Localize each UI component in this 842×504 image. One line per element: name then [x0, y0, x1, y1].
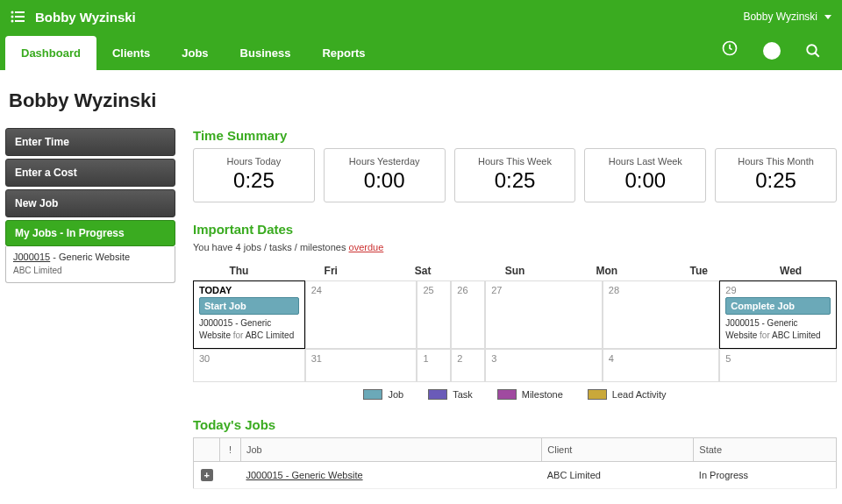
time-card-last-week: Hours Last Week 0:00: [584, 148, 706, 202]
topbar: Bobby Wyzinski Bobby Wyzinski: [0, 0, 842, 33]
time-card-value: 0:25: [197, 168, 310, 193]
job-link[interactable]: J000015 - Generic Website: [246, 470, 363, 480]
tab-dashboard[interactable]: Dashboard: [5, 36, 96, 70]
overdue-note: You have 4 jobs / tasks / milestones ove…: [193, 242, 837, 252]
cal-cell[interactable]: 27: [485, 280, 603, 349]
cal-cell[interactable]: 4: [603, 349, 720, 382]
svg-line-8: [815, 53, 819, 57]
cal-cell-event[interactable]: 29 Complete Job J000015 - Generic Websit…: [719, 280, 837, 349]
page-title: Bobby Wyzinski: [0, 70, 842, 128]
time-card-yesterday: Hours Yesterday 0:00: [324, 148, 446, 202]
today-label: TODAY: [199, 285, 299, 295]
cell-state: In Progress: [694, 462, 837, 489]
col-client[interactable]: Client: [542, 438, 694, 462]
time-card-label: Hours Yesterday: [328, 156, 441, 167]
cal-event-desc: J000015 - Generic Website for ABC Limite…: [199, 317, 299, 342]
day-sun: Sun: [469, 261, 561, 280]
svg-point-7: [807, 45, 817, 54]
day-fri: Fri: [285, 261, 377, 280]
cal-cell[interactable]: 3: [485, 349, 603, 382]
cal-cell[interactable]: 2: [451, 349, 485, 382]
cal-event-complete[interactable]: Complete Job: [725, 297, 831, 315]
time-summary-heading: Time Summary: [193, 128, 837, 143]
cal-cell[interactable]: 5: [719, 349, 837, 382]
legend-lead: Lead Activity: [588, 389, 667, 400]
time-card-value: 0:00: [589, 168, 702, 193]
time-card-today: Hours Today 0:25: [193, 148, 315, 202]
swatch-lead: [588, 389, 607, 400]
tab-reports[interactable]: Reports: [306, 36, 381, 70]
cal-cell[interactable]: 24: [305, 280, 417, 349]
cell-client: ABC Limited: [542, 462, 694, 489]
svg-point-2: [11, 16, 14, 18]
cal-event-start[interactable]: Start Job: [199, 297, 299, 315]
svg-point-4: [11, 20, 14, 23]
swatch-job: [363, 389, 382, 400]
cell-alert: [220, 462, 241, 489]
day-wed: Wed: [745, 261, 837, 280]
clock-icon[interactable]: [721, 39, 739, 61]
cal-cell[interactable]: 30: [193, 349, 305, 382]
time-card-label: Hours This Week: [459, 156, 572, 167]
sidebar-new-job[interactable]: New Job: [5, 189, 175, 217]
time-card-this-week: Hours This Week 0:25: [454, 148, 576, 202]
tab-business[interactable]: Business: [225, 36, 307, 70]
calendar-row: TODAY Start Job J000015 - Generic Websit…: [193, 280, 837, 349]
col-alert[interactable]: !: [220, 438, 241, 462]
calendar-row: 30 31 1 2 3 4 5: [193, 349, 837, 382]
time-card-value: 0:25: [459, 168, 572, 193]
sidebar-job-title: - Generic Website: [50, 252, 130, 262]
overdue-link[interactable]: overdue: [349, 242, 384, 252]
time-card-label: Hours This Month: [719, 156, 832, 167]
col-state[interactable]: State: [694, 438, 837, 462]
expand-icon[interactable]: +: [201, 469, 213, 481]
table-row[interactable]: + J000015 - Generic Website ABC Limited …: [194, 462, 837, 489]
sidebar-job-code[interactable]: J000015: [13, 252, 50, 262]
cal-cell[interactable]: 28: [603, 280, 720, 349]
sidebar-job-item[interactable]: J000015 - Generic Website ABC Limited: [5, 246, 175, 283]
important-dates-heading: Important Dates: [193, 222, 837, 237]
time-summary-row: Hours Today 0:25 Hours Yesterday 0:00 Ho…: [193, 148, 837, 202]
col-job[interactable]: Job: [241, 438, 542, 462]
user-name: Bobby Wyzinski: [743, 11, 817, 23]
day-sat: Sat: [377, 261, 469, 280]
calendar-header: Thu Fri Sat Sun Mon Tue Wed: [193, 261, 837, 280]
search-icon[interactable]: [805, 43, 821, 59]
swatch-milestone: [497, 389, 517, 400]
legend-task: Task: [428, 389, 473, 400]
calendar-legend: Job Task Milestone Lead Activity: [193, 389, 837, 400]
cal-day-num: 29: [725, 285, 831, 295]
tab-clients[interactable]: Clients: [96, 36, 166, 70]
help-icon[interactable]: ?: [763, 42, 781, 60]
legend-milestone: Milestone: [497, 389, 563, 400]
swatch-task: [428, 389, 447, 400]
sidebar-enter-cost[interactable]: Enter a Cost: [5, 159, 175, 187]
svg-point-0: [11, 11, 14, 14]
time-card-label: Hours Last Week: [589, 156, 702, 167]
sidebar-enter-time[interactable]: Enter Time: [5, 128, 175, 156]
col-expand: [194, 438, 220, 462]
chevron-down-icon: [824, 15, 831, 19]
overdue-text: You have 4 jobs / tasks / milestones: [193, 242, 349, 252]
cal-cell[interactable]: 31: [305, 349, 417, 382]
svg-rect-3: [15, 16, 25, 18]
svg-rect-5: [15, 20, 25, 22]
tab-jobs[interactable]: Jobs: [166, 36, 224, 70]
hamburger-icon[interactable]: [11, 11, 26, 23]
sidebar-job-client: ABC Limited: [13, 266, 62, 275]
cal-today[interactable]: TODAY Start Job J000015 - Generic Websit…: [193, 280, 305, 349]
cal-cell[interactable]: 1: [417, 349, 451, 382]
day-tue: Tue: [653, 261, 745, 280]
todays-jobs-heading: Today's Jobs: [193, 417, 837, 432]
time-card-label: Hours Today: [197, 156, 310, 167]
cal-cell[interactable]: 26: [451, 280, 485, 349]
time-card-this-month: Hours This Month 0:25: [715, 148, 837, 202]
main-content: Time Summary Hours Today 0:25 Hours Yest…: [193, 128, 837, 489]
company-name: Bobby Wyzinski: [35, 10, 136, 25]
user-menu[interactable]: Bobby Wyzinski: [743, 11, 831, 23]
cal-cell[interactable]: 25: [417, 280, 451, 349]
cal-event-desc: J000015 - Generic Website for ABC Limite…: [725, 317, 831, 342]
sidebar-my-jobs[interactable]: My Jobs - In Progress: [5, 220, 175, 246]
legend-job: Job: [363, 389, 403, 400]
sidebar: Enter Time Enter a Cost New Job My Jobs …: [5, 128, 175, 489]
